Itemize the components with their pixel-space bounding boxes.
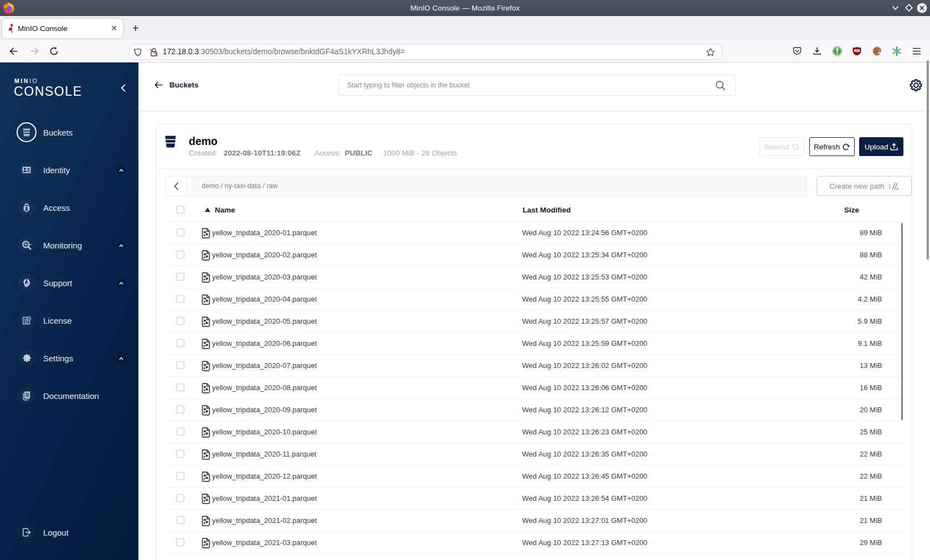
svg-text:uO: uO	[855, 49, 859, 52]
